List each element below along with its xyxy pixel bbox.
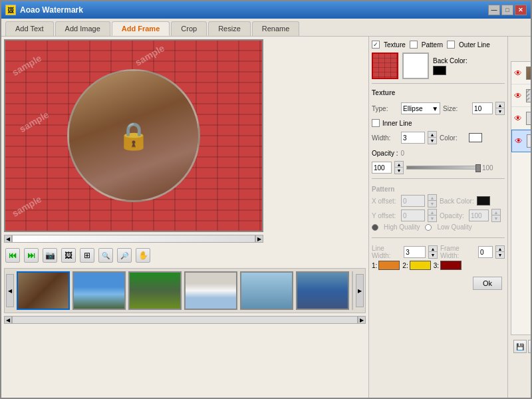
frame-width-up[interactable]: ▲	[496, 246, 504, 252]
maximize-button[interactable]: □	[501, 5, 513, 15]
layer-3[interactable]: 👁 ⊡ 426x260 --> 340x208	[511, 107, 531, 130]
outer-line-checkbox[interactable]	[447, 41, 455, 49]
tab-add-text[interactable]: Add Text	[5, 21, 54, 36]
color2-label: 2:	[402, 262, 408, 269]
thumbnail-6[interactable]	[296, 271, 349, 310]
add-image-btn[interactable]: 📷	[43, 248, 57, 263]
y-offset-up: ▲	[428, 209, 436, 215]
line-width-up[interactable]: ▲	[429, 246, 437, 252]
opacity-number: 100	[374, 164, 385, 172]
texture-checkbox[interactable]	[372, 41, 380, 49]
tab-crop[interactable]: Crop	[171, 21, 207, 36]
inner-width-spinner: ▲ ▼	[428, 131, 437, 144]
layer-2[interactable]: 👁 Texture	[511, 84, 531, 107]
back-color-swatch[interactable]	[433, 66, 446, 75]
inner-width-up[interactable]: ▲	[428, 132, 436, 138]
inner-width-down[interactable]: ▼	[428, 138, 436, 144]
layer-tools-row: 💾 📂 ⬇ ⬆ 📋 🗑	[511, 337, 531, 356]
slider-thumb[interactable]	[475, 164, 481, 172]
thumb-scroll-right[interactable]: ▶	[356, 274, 364, 307]
color2-item: 2:	[402, 261, 430, 270]
inner-line-color[interactable]	[469, 133, 482, 142]
frame-width-down[interactable]: ▼	[496, 252, 504, 258]
h-scrollbar[interactable]	[12, 235, 255, 243]
left-panel: sample sample sample sample sample 🔒 ◀ ▶	[1, 37, 368, 398]
outer-line-section: Line Width: 3 ▲ ▼ Frame Width: 0 ▲ ▼	[372, 242, 505, 273]
thumbnail-2[interactable]	[72, 271, 126, 310]
color2-swatch[interactable]	[410, 261, 431, 270]
options-checkboxes: Texture Pattern Outer Line	[372, 39, 505, 50]
thumbnail-1[interactable]	[17, 271, 70, 310]
bottom-scrollbar[interactable]	[12, 316, 358, 324]
thumbnail-3[interactable]	[128, 271, 182, 310]
close-button[interactable]: ✕	[515, 5, 527, 15]
right-panel: 🖨 👁 🖼 👁 Texture	[508, 37, 531, 398]
layer-tool-save[interactable]: 💾	[513, 340, 527, 353]
zoom-in-btn[interactable]: 🔍	[98, 248, 113, 263]
inner-width-value[interactable]: 3	[401, 132, 425, 144]
layer-3-eye[interactable]: 👁	[514, 114, 523, 123]
x-offset-value: 0	[401, 195, 425, 207]
tab-add-frame[interactable]: Add Frame	[112, 21, 170, 36]
tabs-bar: Add Text Add Image Add Frame Crop Resize…	[1, 19, 531, 37]
frame-width-spinner[interactable]: ▲ ▼	[495, 245, 505, 259]
line-width-spinner[interactable]: ▲ ▼	[428, 245, 438, 259]
size-down[interactable]: ▼	[496, 108, 504, 114]
color3-item: 3:	[434, 261, 462, 270]
color3-swatch[interactable]	[440, 261, 462, 270]
y-offset-value: 0	[401, 209, 425, 221]
line-width-value[interactable]: 3	[404, 246, 426, 258]
layer-1[interactable]: 👁 🖼	[511, 62, 531, 84]
texture-type-dropdown[interactable]: Ellipse ▼	[401, 102, 440, 114]
texture-section-label: Texture	[372, 89, 505, 96]
size-value[interactable]: 10	[472, 102, 493, 114]
scroll-left-btn[interactable]: ◀	[4, 235, 12, 243]
bottom-scroll-container: ◀ ▶	[4, 316, 366, 324]
texture-checkbox-label: Texture	[384, 41, 406, 49]
scroll-right-btn[interactable]: ▶	[255, 235, 263, 243]
opacity-value[interactable]: 100	[372, 162, 392, 174]
layer-4[interactable]: 👁 T sample	[511, 130, 531, 152]
pattern-preview[interactable]	[402, 53, 429, 79]
line-width-down[interactable]: ▼	[429, 252, 437, 258]
bottom-scroll-right[interactable]: ▶	[358, 316, 366, 324]
opacity-up[interactable]: ▲	[395, 162, 403, 168]
back-color-p-label: Back Color:	[440, 198, 474, 205]
hand-tool-btn[interactable]: ✋	[136, 248, 150, 263]
layer-2-eye[interactable]: 👁	[514, 91, 523, 100]
opacity-slider[interactable]	[406, 166, 479, 170]
grid-btn[interactable]: ⊞	[80, 248, 94, 263]
preview-area: sample sample sample sample sample 🔒	[4, 39, 263, 232]
remove-image-btn[interactable]: 🖼	[61, 248, 76, 263]
opacity-max: 100	[482, 164, 493, 172]
thumbnail-4[interactable]	[184, 271, 237, 310]
frame-width-value[interactable]: 0	[478, 246, 493, 258]
pattern-checkbox[interactable]	[410, 41, 418, 49]
opacity-down[interactable]: ▼	[395, 168, 403, 174]
first-frame-btn[interactable]: ⏮	[5, 248, 20, 263]
tab-resize[interactable]: Resize	[208, 21, 251, 36]
color1-swatch[interactable]	[378, 261, 400, 270]
ok-button[interactable]: Ok	[473, 277, 502, 290]
layer-3-thumb: ⊡	[526, 112, 531, 125]
thumb-scroll-left[interactable]: ◀	[6, 274, 14, 307]
layer-1-eye[interactable]: 👁	[514, 68, 523, 78]
thumbnail-5[interactable]	[240, 271, 293, 310]
layer-tool-open[interactable]: 📂	[528, 340, 531, 353]
tab-add-image[interactable]: Add Image	[55, 21, 110, 36]
y-offset-down: ▼	[428, 215, 436, 221]
next-frame-btn[interactable]: ⏭	[24, 248, 39, 263]
frame-controls-panel: Texture Pattern Outer Line Back Color: T	[368, 37, 508, 398]
inner-line-label: Inner Line	[382, 120, 412, 127]
size-up[interactable]: ▲	[496, 102, 504, 108]
tab-rename[interactable]: Rename	[252, 21, 300, 36]
bottom-scroll-left[interactable]: ◀	[4, 316, 12, 324]
line-colors: 1: 2: 3:	[372, 261, 505, 270]
layer-4-eye[interactable]: 👁	[515, 136, 524, 146]
window-controls: — □ ✕	[488, 5, 527, 15]
divider-1	[372, 83, 505, 84]
texture-preview[interactable]	[372, 53, 398, 79]
minimize-button[interactable]: —	[488, 5, 500, 15]
zoom-out-btn[interactable]: 🔎	[117, 248, 132, 263]
inner-line-checkbox[interactable]	[372, 119, 380, 127]
